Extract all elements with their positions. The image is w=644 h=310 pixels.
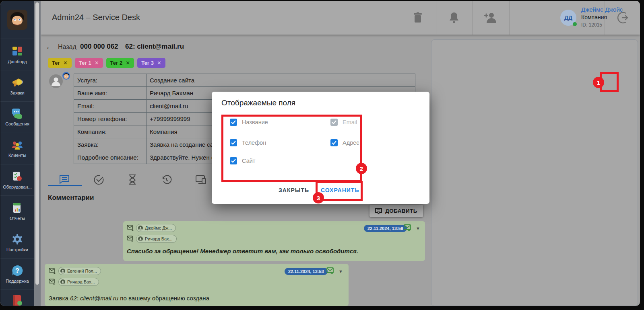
comments-heading: Комментарии (48, 194, 94, 202)
tag-remove-icon[interactable]: ✕ (95, 60, 99, 66)
divider (436, 1, 436, 35)
tab-checklist[interactable] (93, 175, 104, 187)
tag-label: Тег 2 (110, 60, 123, 66)
sender-pill[interactable]: Евгений Пол... (58, 267, 101, 275)
sidebar-item-reports[interactable]: Отчеты (0, 196, 34, 227)
tab-comments[interactable] (59, 175, 70, 186)
sidebar-item-dashboard[interactable]: Дашборд (0, 39, 34, 70)
tag-remove-icon[interactable]: ✕ (63, 60, 68, 66)
tag-chip[interactable]: Тег 2✕ (106, 58, 134, 68)
avatar-initials-text: ДД (564, 14, 572, 21)
field-value: Создание сайта (147, 74, 415, 87)
tag-remove-icon[interactable]: ✕ (157, 60, 161, 66)
mail-out-icon (127, 225, 134, 232)
recipient-pill[interactable]: Ричард Бах... (136, 235, 177, 243)
report-icon (12, 202, 23, 214)
active-tab-underline (48, 185, 82, 186)
person-icon (138, 226, 143, 230)
tab-time[interactable] (128, 174, 137, 187)
tag-remove-icon[interactable]: ✕ (126, 60, 130, 66)
field-label: Номер телефона: (74, 113, 147, 125)
annotation-badge-2: 2 (356, 163, 367, 174)
add-comment-label: ДОБАВИТЬ (385, 208, 417, 214)
sender-name: Евгений Пол... (67, 269, 97, 273)
sidebar-item-clients[interactable]: Клиенты (0, 133, 34, 164)
mail-out-icon (49, 268, 56, 275)
add-comment-button[interactable]: ДОБАВИТЬ (369, 205, 423, 217)
sidebar-item-label: Дашборд (8, 59, 27, 64)
requester-avatar-icon (49, 74, 63, 90)
equipment-icon (12, 171, 23, 182)
screenshot-frame: Дашборд Заявки Сообщения (0, 0, 644, 310)
message-menu-caret[interactable]: ▼ (416, 226, 420, 231)
app-title: Admin24 – Service Desk (52, 13, 140, 22)
mail-sent-icon (404, 224, 412, 233)
table-row: Услуга:Создание сайта (74, 74, 415, 87)
tab-history[interactable] (161, 175, 172, 187)
add-user-icon[interactable] (484, 12, 497, 25)
user-name[interactable]: Джеймс Джойс (581, 6, 623, 13)
sidebar-item-support[interactable]: ? Поддержка (0, 259, 34, 290)
tag-label: Тег 1 (79, 60, 91, 66)
sidebar-scrollbar-thumb[interactable] (35, 2, 39, 285)
back-link[interactable]: Назад (58, 43, 76, 51)
app-window: Дашборд Заявки Сообщения (0, 1, 640, 306)
tag-chip[interactable]: Тег 3✕ (137, 58, 165, 68)
person-icon (60, 269, 65, 273)
ticket-subject: 62: client@mail.ru (125, 43, 184, 51)
tab-devices[interactable] (195, 175, 206, 186)
tag-chip[interactable]: Тег 1✕ (75, 58, 103, 68)
megaphone-icon (11, 77, 23, 88)
mail-in-icon (127, 236, 134, 243)
sidebar: Дашборд Заявки Сообщения (0, 1, 34, 306)
modal-close-button[interactable]: ЗАКРЫТЬ (279, 187, 309, 193)
mail-in-icon (49, 279, 56, 286)
question-icon: ? (12, 265, 23, 276)
sidebar-item-settings[interactable]: Настройки (0, 227, 34, 259)
field-label: Подробное описание: (74, 151, 147, 164)
field-label: Ваше имя: (74, 87, 147, 100)
field-label: Услуга: (74, 74, 147, 87)
book-icon (12, 294, 23, 306)
tag-label: Тег 3 (141, 60, 154, 66)
divider (472, 1, 473, 35)
bell-icon[interactable] (449, 12, 459, 25)
trash-icon[interactable] (413, 12, 423, 25)
recipient-pill[interactable]: Ричард Бах... (58, 278, 99, 286)
sender-name: Джеймс Дж... (145, 226, 172, 230)
sidebar-item-label: Сообщения (5, 121, 29, 126)
tags-row: Тег✕ Тег 1✕ Тег 2✕ Тег 3✕ (48, 58, 165, 68)
user-avatar-image (7, 10, 27, 30)
message-date-badge: 22.11.2024, 13:58 (364, 225, 407, 232)
person-icon (138, 236, 143, 241)
sidebar-avatar[interactable] (0, 1, 34, 39)
dashboard-icon (12, 45, 23, 57)
sidebar-item-knowledge-base[interactable] (0, 290, 34, 306)
svg-text:?: ? (15, 267, 19, 274)
sidebar-item-label: Заявки (10, 90, 25, 95)
online-status-dot (573, 22, 577, 26)
logout-icon[interactable] (617, 12, 629, 25)
annotation-badge-3: 3 (313, 192, 324, 203)
recipient-name: Ричард Бах... (145, 236, 173, 241)
sidebar-item-label: Поддержка (6, 279, 29, 283)
sidebar-item-tickets[interactable]: Заявки (0, 70, 34, 102)
tag-label: Тег (52, 60, 60, 66)
modal-title: Отображаемые поля (221, 99, 295, 107)
people-icon (11, 140, 23, 150)
divider (509, 1, 510, 35)
message-text: Спасибо за обращение! Менеджер ответит в… (127, 248, 358, 255)
back-arrow-icon[interactable]: ← (45, 42, 54, 51)
field-label: Email: (74, 100, 147, 113)
user-id: ID: 12015 (581, 22, 602, 28)
sidebar-item-equipment[interactable]: Оборудован... (0, 164, 34, 196)
gear-icon (12, 234, 23, 245)
comment-message: Джеймс Дж... Ричард Бах... 22.11.2024, 1… (123, 221, 425, 261)
message-text: Заявка 62: client@mail.ru по вашему обра… (49, 295, 209, 302)
tag-chip[interactable]: Тег✕ (48, 58, 72, 68)
sidebar-item-messages[interactable]: Сообщения (0, 102, 34, 133)
message-date-badge: 22.11.2024, 13:53 (285, 268, 328, 275)
sidebar-item-label: Настройки (6, 247, 28, 252)
sender-pill[interactable]: Джеймс Дж... (136, 224, 176, 232)
message-menu-caret[interactable]: ▼ (339, 269, 343, 274)
